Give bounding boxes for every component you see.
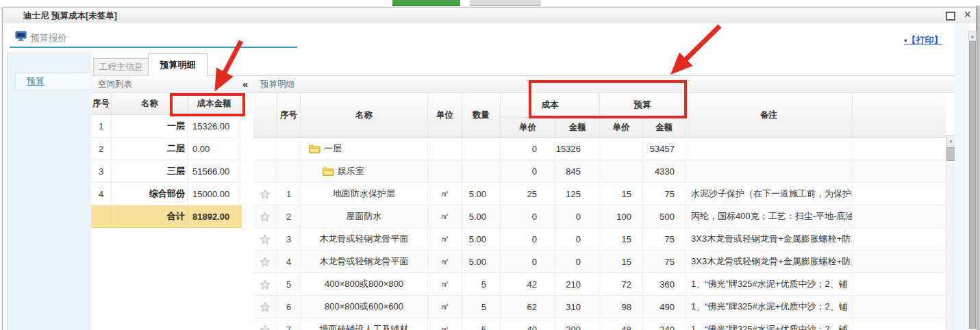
detail-table-row[interactable]: 娱乐室08454330	[253, 160, 946, 183]
detail-row-cost-unit-price: 0	[501, 228, 555, 250]
star-icon[interactable]	[253, 183, 277, 205]
collapse-panel-button[interactable]: «	[242, 79, 248, 90]
detail-row-cost-unit-price: 25	[501, 183, 555, 205]
space-row-no: 3	[91, 160, 112, 182]
space-panel-title: 空间列表	[98, 79, 132, 90]
sidebar	[8, 52, 91, 330]
detail-row-blank	[853, 273, 946, 295]
detail-table: 序号 名称 单位 数量 成本 预算 单价 金额 单价 金额 备注 一层01532…	[253, 93, 946, 330]
detail-row-remark: 3X3木龙骨或轻钢龙骨+金属膨胀螺栓+防火	[686, 251, 853, 272]
space-row-name: 一层	[112, 115, 188, 137]
detail-table-row[interactable]: 一层01532653457	[253, 138, 946, 160]
detail-col-cost-amount[interactable]: 金额	[555, 118, 600, 137]
detail-col-name[interactable]: 名称	[301, 93, 428, 137]
detail-row-name: 一层	[301, 138, 428, 160]
dialog-titlebar[interactable]: 迪士尼 预算成本[未签单] ×	[3, 8, 976, 24]
detail-row-no: 7	[277, 318, 301, 330]
space-table-row[interactable]: 1一层15326.00	[91, 115, 242, 138]
detail-row-budget-amount: 360	[643, 273, 686, 295]
detail-row-unit	[428, 138, 462, 160]
detail-table-row[interactable]: 2屋面防水㎡5.0000100500丙纶，国标400克；工艺：扫尘-平地-底油-	[253, 205, 946, 228]
detail-col-star[interactable]	[253, 93, 277, 137]
detail-table-scrollbar[interactable]: ▲	[946, 135, 955, 330]
star-icon[interactable]	[253, 318, 277, 330]
detail-col-budget-amount[interactable]: 金额	[643, 118, 686, 137]
detail-table-row[interactable]: 3木龙骨或轻钢龙骨平面㎡5.000015753X3木龙骨或轻钢龙骨+金属膨胀螺栓…	[253, 228, 946, 251]
print-link[interactable]: •【打印】	[904, 34, 943, 47]
space-col-cost-amount[interactable]: 成本金额	[188, 93, 240, 114]
detail-col-budget-unit-price[interactable]: 单价	[600, 118, 643, 137]
detail-table-row[interactable]: 1地面防水保护层㎡5.00251251575水泥沙子保护（在下一道施工前，为保护…	[253, 183, 946, 205]
detail-col-cost-unit-price[interactable]: 单价	[501, 118, 555, 137]
dialog-scrollbar[interactable]: ▲	[968, 31, 977, 330]
space-row-name: 二层	[112, 138, 188, 160]
detail-row-unit: ㎡	[428, 183, 462, 205]
space-col-no[interactable]: 序号	[91, 93, 112, 114]
space-row-no: 4	[91, 183, 112, 205]
scroll-up-icon[interactable]: ▲	[968, 31, 977, 41]
detail-row-unit: ㎡	[428, 251, 462, 272]
star-icon[interactable]	[253, 273, 277, 295]
detail-col-qty[interactable]: 数量	[462, 93, 501, 137]
detail-table-row[interactable]: 6800×800或600×600㎡562310984901、“佛光”牌325#水…	[253, 296, 946, 318]
detail-col-no[interactable]: 序号	[277, 93, 301, 137]
detail-row-budget-amount: 4330	[643, 160, 686, 182]
space-total-amount: 81892.00	[188, 205, 240, 227]
detail-row-budget-unit-price: 48	[600, 318, 643, 330]
detail-row-budget-amount: 240	[643, 318, 686, 330]
space-table-row[interactable]: 2二层0.00	[91, 138, 242, 160]
detail-row-name: 800×800或600×600	[301, 296, 428, 318]
maximize-button[interactable]	[946, 12, 955, 21]
detail-table-row[interactable]: 4木龙骨或轻钢龙骨平面㎡5.000015753X3木龙骨或轻钢龙骨+金属膨胀螺栓…	[253, 251, 946, 273]
detail-col-unit[interactable]: 单位	[428, 93, 462, 137]
detail-row-remark	[686, 138, 853, 160]
tab-project-info[interactable]: 工程主信息	[93, 58, 149, 75]
close-button[interactable]: ×	[964, 7, 971, 23]
section-underline	[10, 47, 297, 48]
browser-scrollbar[interactable]	[977, 5, 980, 330]
detail-row-remark: 1、“佛光”牌325#水泥+优质中沙；2、铺	[686, 296, 853, 318]
detail-row-budget-unit-price: 72	[600, 273, 643, 295]
detail-row-remark: 丙纶，国标400克；工艺：扫尘-平地-底油-	[686, 205, 853, 227]
detail-row-budget-amount: 53457	[643, 138, 686, 160]
detail-col-cost-group[interactable]: 成本	[501, 93, 600, 118]
star-icon[interactable]	[253, 205, 277, 227]
detail-row-cost-amount: 0	[555, 251, 600, 272]
detail-row-budget-unit-price	[600, 138, 643, 160]
detail-row-unit	[428, 160, 462, 182]
detail-row-budget-amount: 500	[643, 205, 686, 227]
detail-row-unit: ㎡	[428, 273, 462, 295]
space-row-amount: 51566.00	[188, 160, 240, 182]
detail-panel-header: 预算明细	[253, 75, 955, 93]
detail-table-row[interactable]: 5400×800或800×800㎡542210723601、“佛光”牌325#水…	[253, 273, 946, 296]
star-icon[interactable]	[253, 251, 277, 272]
detail-row-no: 5	[277, 273, 301, 295]
detail-row-remark: 3X3木龙骨或轻钢龙骨+金属膨胀螺栓+防火	[686, 228, 853, 250]
tab-budget-detail[interactable]: 预算明细	[148, 53, 208, 76]
detail-row-cost-amount: 200	[555, 318, 600, 330]
dialog-scrollbar-thumb[interactable]	[969, 41, 976, 329]
detail-row-unit: ㎡	[428, 228, 462, 250]
folder-icon[interactable]	[323, 167, 334, 176]
star-icon[interactable]	[253, 228, 277, 250]
detail-col-remark[interactable]: 备注	[686, 93, 853, 137]
space-total-empty	[91, 205, 112, 227]
detail-row-name: 屋面防水	[301, 205, 428, 227]
detail-row-name-label: 娱乐室	[338, 165, 364, 177]
space-table-row[interactable]: 3三层51566.00	[91, 160, 242, 183]
detail-row-unit: ㎡	[428, 296, 462, 318]
detail-row-cost-amount: 0	[555, 205, 600, 227]
folder-icon[interactable]	[309, 144, 321, 153]
sidebar-item-label: 预算	[27, 76, 45, 86]
space-table-row[interactable]: 4综合部份15000.00	[91, 183, 242, 205]
detail-row-name: 地面防水保护层	[301, 183, 428, 205]
detail-table-row[interactable]: 7墙面砖铺设人工及辅材㎡540200482401、“佛光”牌325#水泥+优质中…	[253, 318, 946, 330]
sidebar-item-budget[interactable]: 预算	[15, 73, 90, 90]
star-icon[interactable]	[253, 296, 277, 318]
detail-row-no	[277, 160, 301, 182]
space-col-name[interactable]: 名称	[112, 93, 188, 114]
detail-row-budget-amount: 490	[643, 296, 686, 318]
detail-row-no: 2	[277, 205, 301, 227]
detail-col-budget-group[interactable]: 预算	[600, 93, 686, 118]
detail-row-qty: 5.00	[462, 228, 501, 250]
